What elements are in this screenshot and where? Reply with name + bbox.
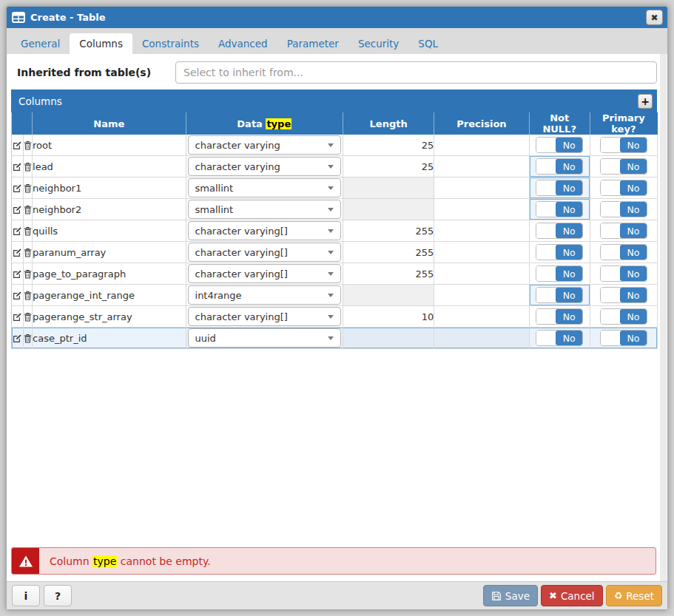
column-name-cell[interactable]: pagerange_int_range: [33, 285, 186, 306]
not-null-value: No: [556, 138, 582, 152]
primary-key-toggle[interactable]: No: [600, 201, 647, 217]
column-name-cell[interactable]: root: [33, 135, 186, 156]
cancel-button[interactable]: ✖ Cancel: [541, 585, 603, 606]
save-button[interactable]: Save: [483, 585, 538, 606]
length-cell[interactable]: [343, 199, 434, 220]
datatype-select[interactable]: uuid: [188, 328, 341, 348]
delete-row-cell[interactable]: [24, 156, 33, 177]
tab-columns[interactable]: Columns: [70, 33, 132, 54]
toggle-off-half: [536, 159, 556, 174]
delete-row-cell[interactable]: [24, 306, 33, 328]
not-null-toggle[interactable]: No: [536, 308, 583, 325]
length-cell[interactable]: 255: [343, 220, 434, 242]
datatype-select[interactable]: character varying[]: [188, 243, 341, 262]
length-cell[interactable]: 25: [343, 135, 434, 156]
primary-key-toggle[interactable]: No: [600, 137, 647, 153]
tab-constraints[interactable]: Constraints: [132, 33, 209, 54]
tab-advanced[interactable]: Advanced: [209, 33, 277, 54]
delete-row-cell[interactable]: [24, 285, 33, 306]
add-column-button[interactable]: +: [638, 94, 653, 109]
grid-header-precision: Precision: [434, 112, 529, 135]
primary-key-toggle[interactable]: No: [600, 308, 647, 325]
length-cell[interactable]: 10: [343, 306, 434, 328]
tab-sql[interactable]: SQL: [408, 33, 448, 54]
length-cell[interactable]: 255: [343, 263, 434, 285]
edit-row-cell[interactable]: [11, 328, 24, 349]
delete-row-cell[interactable]: [24, 328, 33, 349]
datatype-select[interactable]: character varying: [188, 135, 341, 155]
edit-row-cell[interactable]: [11, 285, 24, 306]
column-name-cell[interactable]: quills: [33, 220, 186, 242]
tab-general[interactable]: General: [11, 33, 70, 54]
not-null-toggle[interactable]: No: [536, 330, 583, 346]
inherit-select-input[interactable]: [175, 61, 657, 84]
reset-button[interactable]: ♻ Reset: [606, 585, 662, 606]
primary-key-toggle[interactable]: No: [600, 223, 647, 239]
primary-key-toggle[interactable]: No: [600, 180, 647, 196]
precision-cell: [434, 285, 529, 306]
delete-row-cell[interactable]: [24, 263, 33, 285]
column-name-cell[interactable]: lead: [33, 156, 186, 177]
primary-key-toggle[interactable]: No: [600, 244, 647, 260]
primary-key-toggle[interactable]: No: [600, 330, 647, 346]
edit-row-cell[interactable]: [11, 220, 24, 242]
not-null-toggle[interactable]: No: [536, 223, 583, 239]
precision-cell: [434, 306, 529, 328]
tab-security[interactable]: Security: [348, 33, 408, 54]
not-null-toggle[interactable]: No: [536, 244, 583, 260]
length-cell[interactable]: 25: [343, 156, 434, 177]
not-null-toggle[interactable]: No: [536, 201, 583, 217]
not-null-toggle[interactable]: No: [536, 265, 583, 282]
column-name-cell[interactable]: case_ptr_id: [33, 328, 186, 349]
column-name-cell[interactable]: neighbor1: [33, 177, 186, 199]
dialog-help-button[interactable]: ?: [44, 585, 72, 606]
edit-row-cell[interactable]: [11, 156, 24, 177]
not-null-toggle[interactable]: No: [536, 287, 583, 303]
primary-key-cell: No: [590, 177, 658, 199]
primary-key-toggle[interactable]: No: [600, 287, 647, 303]
length-cell[interactable]: 255: [343, 242, 434, 263]
datatype-select[interactable]: character varying[]: [188, 307, 341, 326]
sql-help-button[interactable]: i: [12, 585, 40, 606]
datatype-select[interactable]: character varying[]: [188, 221, 341, 240]
length-cell[interactable]: [343, 285, 434, 306]
datatype-select[interactable]: int4range: [188, 285, 341, 305]
column-name-cell[interactable]: pagerange_str_array: [33, 306, 186, 328]
edit-row-cell[interactable]: [11, 242, 24, 263]
delete-row-cell[interactable]: [24, 177, 33, 199]
toggle-off-half: [536, 180, 556, 195]
column-name-cell[interactable]: neighbor2: [33, 199, 186, 220]
primary-key-cell: No: [590, 263, 658, 285]
datatype-select[interactable]: smallint: [188, 200, 341, 219]
primary-key-value: No: [620, 223, 647, 238]
edit-row-cell[interactable]: [11, 177, 24, 199]
edit-icon: [12, 248, 23, 257]
tab-parameter[interactable]: Parameter: [277, 33, 348, 54]
primary-key-toggle[interactable]: No: [600, 265, 647, 282]
column-name-cell[interactable]: paranum_array: [33, 242, 186, 263]
close-button[interactable]: ✖: [646, 10, 663, 25]
edit-row-cell[interactable]: [11, 135, 24, 156]
toggle-off-half: [601, 159, 620, 174]
not-null-toggle[interactable]: No: [536, 137, 583, 153]
datatype-select[interactable]: character varying: [188, 157, 341, 176]
chevron-down-icon: [328, 208, 334, 211]
delete-row-cell[interactable]: [24, 135, 33, 156]
edit-row-cell[interactable]: [11, 199, 24, 220]
length-cell[interactable]: [343, 177, 434, 199]
delete-row-cell[interactable]: [24, 242, 33, 263]
datatype-select[interactable]: character varying[]: [188, 264, 341, 283]
content-scrollbar[interactable]: [660, 54, 667, 581]
column-name-cell[interactable]: page_to_paragraph: [33, 263, 186, 285]
edit-row-cell[interactable]: [11, 306, 24, 328]
edit-icon: [12, 334, 23, 343]
not-null-toggle[interactable]: No: [536, 180, 583, 196]
primary-key-toggle[interactable]: No: [600, 158, 647, 175]
edit-row-cell[interactable]: [11, 263, 24, 285]
delete-row-cell[interactable]: [24, 220, 33, 242]
datatype-select[interactable]: smallint: [188, 178, 341, 197]
length-cell[interactable]: [343, 328, 434, 349]
delete-row-cell[interactable]: [24, 199, 33, 220]
not-null-cell: No: [530, 242, 590, 263]
not-null-toggle[interactable]: No: [536, 158, 583, 175]
